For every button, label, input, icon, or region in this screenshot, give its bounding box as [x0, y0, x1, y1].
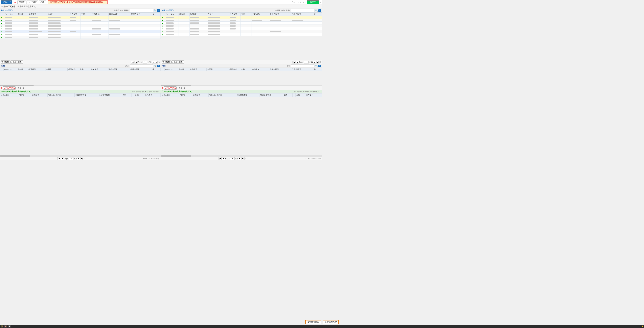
triangle-icon: ▲: [1, 19, 2, 21]
left-mid-search-icon[interactable]: 🔍: [154, 65, 156, 67]
right-top-table-container[interactable]: L Order No. 月结锁 物流编号 合同号 是否发送 交易 主船名称 联桥…: [161, 12, 322, 60]
right-top-search-input[interactable]: [291, 9, 314, 12]
tab-reminder[interactable]: 提醒: [39, 0, 46, 4]
col-send: 是否发送: [69, 12, 80, 16]
table-row[interactable]: ▲: [0, 16, 161, 19]
blurred-cell: [166, 28, 174, 29]
table-row[interactable]: ▲: [161, 19, 322, 22]
right-mid-table-container[interactable]: L Order No. 月结锁 物流编号 合同号 是否发送 交易 主船名称 联桥…: [161, 68, 322, 85]
prev-page-button[interactable]: ◀: [134, 61, 138, 63]
table-row[interactable]: ▲: [0, 22, 161, 24]
out-warehouse-label[interactable]: 出库(已匹配)(拖动出库合同到此区域): [1, 90, 31, 93]
left-top-search-icon[interactable]: 🔍: [154, 9, 156, 12]
table-row[interactable]: ▲: [161, 27, 322, 30]
first-page-button[interactable]: |◀: [218, 157, 222, 160]
col-l: L: [0, 68, 4, 71]
left-mid-search-input[interactable]: [130, 64, 153, 67]
next-page-button[interactable]: ▶: [238, 157, 241, 160]
tab-execution-list[interactable]: 执行列表: [27, 0, 38, 4]
col-trade: 交易: [79, 68, 90, 71]
next-page-button[interactable]: ▶: [152, 61, 155, 63]
last-page-button[interactable]: ▶|: [80, 157, 83, 160]
right-mid-scrollbar[interactable]: [161, 85, 322, 86]
left-top-toolbar: 采购（未匹配） 交易号,主体,贸易§ 🔍 ≡: [0, 9, 161, 12]
page-number-input[interactable]: [69, 157, 74, 160]
left-top-search-input[interactable]: [130, 9, 153, 12]
close-icon[interactable]: ×: [320, 1, 321, 4]
left-top-grid-button[interactable]: ≡: [157, 9, 160, 12]
table-row[interactable]: ▲: [0, 24, 161, 27]
left-mid-table-container[interactable]: L Order No. 月结锁 物流编号 合同号 是否发送 交易 主船名称 联桥…: [0, 68, 161, 85]
prev-page-button[interactable]: ◀: [296, 61, 299, 63]
refresh-icon[interactable]: ↻: [84, 157, 85, 160]
warehouse-right-info: 库区,合同号,船名/船名,合同主体,商」: [294, 90, 321, 93]
table-row[interactable]: ▲: [161, 22, 322, 24]
left-bot-table-container[interactable]: 入库/出库 合同号 物流编号 实际出入库时间 当日提货数量 当日提货数量 价格 …: [0, 93, 161, 155]
page-number-input[interactable]: [304, 61, 308, 63]
right-add-to-match-button[interactable]: ↓ 添加到匹配: [172, 60, 184, 64]
table-row[interactable]: ▲: [0, 27, 161, 30]
test-button[interactable]: TEST: [307, 0, 319, 4]
col-joint: 联桥合同号: [269, 68, 291, 71]
next-page-button[interactable]: ▶: [313, 61, 316, 63]
page-label: Page: [299, 61, 304, 63]
sell-label: 销售: [162, 64, 166, 67]
page-number-input[interactable]: [142, 61, 147, 63]
right-bot-scrollbar[interactable]: [161, 155, 322, 157]
table-row[interactable]: ▲: [0, 33, 161, 36]
last-page-button[interactable]: ▶|: [155, 61, 158, 63]
blurred-cell: [230, 28, 236, 29]
split-qty-button[interactable]: 拆分数量: [1, 60, 10, 64]
top-right-icons: S中·↓ □ ♦ ☆ ❖ ⊕ TEST ×: [292, 0, 321, 4]
right-bot-table-container[interactable]: 入库/出库 合同号 物流编号 实际出入库时间 当日提货数量 当日提货数量 价格 …: [161, 93, 322, 155]
alert-message: 在"贸易执行"或者"拼装中心"都可以进行购销匹配和库存匹配。: [48, 0, 108, 4]
left-bot-header: 出库(已匹配)(拖动出库合同到此区域) 库区,合同号,船名/船名,合同主体,商」: [0, 90, 161, 93]
right-delete-from-match-button[interactable]: 从匹配中删除: [164, 86, 176, 90]
left-bot-scrollbar[interactable]: [0, 155, 161, 157]
table-row[interactable]: ▲: [0, 36, 161, 39]
search-label: 交易号,主体,贸易§: [114, 9, 129, 12]
right-top-grid-button[interactable]: ≡: [318, 9, 321, 12]
first-page-button[interactable]: |◀: [131, 61, 134, 63]
right-mid-search-input[interactable]: [291, 64, 314, 67]
col-month: 月结锁: [178, 12, 190, 16]
table-row[interactable]: ▲: [161, 24, 322, 27]
triangle-icon: ▲: [162, 33, 164, 35]
delete-from-match-button[interactable]: 从匹配中删除: [3, 86, 16, 90]
table-row[interactable]: ▲: [161, 16, 322, 19]
last-page-button[interactable]: ▶|: [316, 61, 320, 63]
add-to-match-button[interactable]: ↓ 添加到匹配: [10, 60, 23, 64]
left-mid-header-row: L Order No. 月结锁 物流编号 合同号 是否发送 交易 主船名称 联桥…: [0, 68, 161, 71]
last-page-button[interactable]: ▶|: [242, 157, 244, 160]
next-page-button[interactable]: ▶: [77, 157, 80, 160]
table-row[interactable]: ▲: [161, 33, 322, 36]
in-warehouse-label[interactable]: 入库(已匹配)(拖动入库合同到此区域): [162, 90, 192, 93]
blurred-cell: [5, 37, 12, 38]
right-mid-grid-button[interactable]: ≡: [318, 65, 321, 67]
col-ship: 主船名称: [252, 12, 269, 16]
refresh-icon[interactable]: ↻: [158, 61, 160, 63]
right-mid-search-icon[interactable]: 🔍: [315, 65, 318, 67]
refresh-icon[interactable]: ↻: [320, 61, 321, 63]
table-row[interactable]: ▲: [0, 30, 161, 33]
prev-page-button[interactable]: ◀: [222, 157, 225, 160]
left-mid-grid-button[interactable]: ≡: [157, 65, 160, 67]
blurred-cell: [230, 22, 236, 24]
refresh-icon[interactable]: ↻: [245, 157, 246, 160]
left-mid-scrollbar[interactable]: [0, 85, 161, 86]
first-page-button[interactable]: |◀: [57, 157, 60, 160]
tab-buy-sell-match[interactable]: 买卖配: [18, 0, 26, 4]
left-top-table-container[interactable]: L Order No. 月结锁 物流编号 合同号 是否发送 交易 主船名称 联桥…: [0, 12, 161, 60]
table-row[interactable]: ▲: [161, 30, 322, 33]
page-number-input[interactable]: [230, 157, 234, 160]
table-row[interactable]: ▲: [0, 19, 161, 22]
tab-trade-execution[interactable]: 贸易执行: [1, 0, 12, 4]
first-page-button[interactable]: |◀: [292, 61, 296, 63]
right-top-search-icon[interactable]: 🔍: [315, 9, 318, 12]
right-split-qty-button[interactable]: 拆分数量: [162, 60, 171, 64]
right-top-toolbar: 销售（未匹配） 交易号,主体,贸易§ 🔍 ≡: [161, 9, 322, 12]
triangle-icon: ▲: [1, 36, 2, 38]
left-top-header-row: L Order No. 月结锁 物流编号 合同号 是否发送 交易 主船名称 联桥…: [0, 12, 161, 16]
blurred-cell: [5, 17, 12, 18]
prev-page-button[interactable]: ◀: [61, 157, 64, 160]
